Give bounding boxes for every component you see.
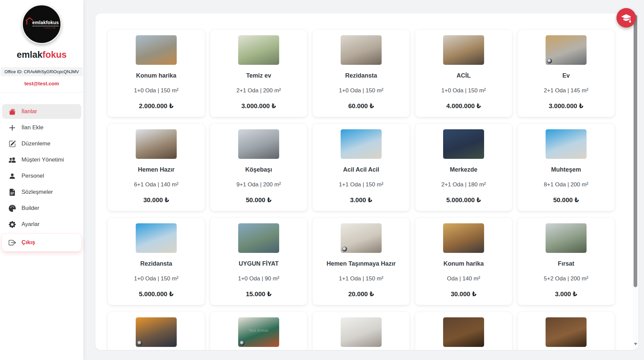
listings-panel: Konum harika 1+0 Oda | 150 m² 2.000.000 … <box>95 13 638 350</box>
person-icon <box>9 173 16 180</box>
listing-details: 2+1 Oda | 180 m² <box>441 181 486 188</box>
listing-price: 50.000 ₺ <box>553 196 579 204</box>
listing-card[interactable]: Acil Acil Acil 1+1 Oda | 150 m² 3.000 ₺ <box>313 124 410 211</box>
listing-details: 5+2 Oda | 200 m² <box>544 275 588 282</box>
scrollbar-thumb[interactable] <box>634 15 637 287</box>
education-fab-button[interactable] <box>616 8 636 28</box>
listing-card[interactable]: Temiz ev 2+1 Oda | 200 m² 3.000.000 ₺ <box>210 30 307 117</box>
listing-title: Muhteşem <box>551 166 581 173</box>
sidebar-item-label: Builder <box>22 205 39 212</box>
sidebar-item-builder[interactable]: Builder <box>2 201 81 216</box>
photo-watermark-badge <box>342 246 347 252</box>
office-id-badge: Office ID: CRAvMhSyGf0OcpcQNJMV <box>1 67 82 76</box>
brand-title: emlakfokus <box>0 50 83 60</box>
logout-icon <box>9 239 16 246</box>
listing-title: Köşebaşı <box>245 166 272 173</box>
listing-card[interactable] <box>108 312 205 350</box>
logo-subtext: YAZILIM <box>43 27 56 29</box>
listing-card[interactable]: ACİL 1+0 Oda | 150 m² 4.000.000 ₺ <box>415 30 512 117</box>
user-email: test@test.com <box>0 81 83 86</box>
sidebar-item-ilan-ekle[interactable]: İlan Ekle <box>2 120 81 135</box>
edit-icon <box>9 140 16 147</box>
graduation-cap-icon <box>621 13 631 22</box>
gear-icon <box>9 221 16 228</box>
sidebar-item-label: Düzenleme <box>22 140 50 147</box>
listing-photo <box>341 129 382 159</box>
listing-price: 30.000 ₺ <box>143 196 169 204</box>
listing-title: Ev <box>562 72 570 79</box>
listing-card[interactable] <box>518 312 614 350</box>
listing-price: 20.000 ₺ <box>348 290 374 298</box>
listing-photo <box>546 35 587 65</box>
sidebar-item-cikis[interactable]: Çıkış <box>2 234 81 251</box>
sidebar-nav: İlanlar İlan Ekle Düzenleme Müşteri Yöne… <box>0 104 83 232</box>
listings-grid: Konum harika 1+0 Oda | 150 m² 2.000.000 … <box>108 30 614 350</box>
listing-card[interactable]: Muhteşem 8+1 Oda | 200 m² 50.000 ₺ <box>518 124 614 211</box>
listing-card[interactable]: Test Emlak <box>210 312 307 350</box>
listing-price: 60.000 ₺ <box>348 102 374 110</box>
listing-photo <box>136 129 177 159</box>
users-icon <box>9 156 16 164</box>
listing-card[interactable]: Ev 2+1 Oda | 145 m² 3.000.000 ₺ <box>518 30 614 117</box>
plus-icon <box>9 124 16 131</box>
home-icon <box>9 108 16 115</box>
listing-price: 5.000.000 ₺ <box>446 196 481 204</box>
listing-details: 2+1 Oda | 200 m² <box>237 87 281 94</box>
listing-details: 1+0 Oda | 150 m² <box>441 87 486 94</box>
listing-card[interactable]: Rezidansta 1+0 Oda | 150 m² 5.000.000 ₺ <box>108 218 205 305</box>
sidebar-item-personel[interactable]: Personel <box>2 169 81 183</box>
brand-title-red: fokus <box>42 50 67 60</box>
listing-photo <box>341 223 382 253</box>
listing-price: 5.000.000 ₺ <box>139 290 173 298</box>
listing-card[interactable]: Köşebaşı 9+1 Oda | 200 m² 50.000 ₺ <box>210 124 307 211</box>
listing-title: Rezidansta <box>345 72 377 79</box>
listing-card[interactable]: Konum harika 1+0 Oda | 150 m² 2.000.000 … <box>108 30 205 117</box>
listing-photo <box>136 35 177 65</box>
listing-details: 9+1 Oda | 200 m² <box>237 181 281 188</box>
listing-photo <box>341 317 382 347</box>
listing-card[interactable] <box>415 312 512 350</box>
listing-details: Oda | 140 m² <box>447 275 480 282</box>
listing-price: 50.000 ₺ <box>246 196 272 204</box>
listing-card[interactable]: Merkezde 2+1 Oda | 180 m² 5.000.000 ₺ <box>415 124 512 211</box>
listing-title: Fırsat <box>558 260 574 267</box>
sidebar-item-label: Ayarlar <box>22 221 40 228</box>
listing-photo: Test Emlak <box>238 317 279 347</box>
sidebar-item-label: İlan Ekle <box>22 124 43 131</box>
listing-title: Acil Acil Acil <box>343 166 379 173</box>
listing-card[interactable]: Hemen Hazır 6+1 Oda | 140 m² 30.000 ₺ <box>108 124 205 211</box>
listing-details: 1+0 Oda | 90 m² <box>238 275 279 282</box>
sidebar-item-label: İlanlar <box>22 108 37 115</box>
listing-details: 1+1 Oda | 150 m² <box>339 275 383 282</box>
app-screen: emlakfokus YAZILIM emlakfokus Office ID:… <box>0 0 644 360</box>
sidebar-item-ilanlar[interactable]: İlanlar <box>2 104 81 119</box>
listing-price: 3.000.000 ₺ <box>549 102 583 110</box>
sidebar-item-sozlesmeler[interactable]: Sözleşmeler <box>2 185 81 199</box>
listing-price: 3.000 ₺ <box>350 196 372 204</box>
listing-details: 1+0 Oda | 150 m² <box>339 87 383 94</box>
scrollbar-track[interactable] <box>633 13 638 350</box>
listing-card[interactable]: Fırsat 5+2 Oda | 200 m² 3.000 ₺ <box>518 218 614 305</box>
brand-title-black: emlak <box>17 50 43 60</box>
sidebar-item-ayarlar[interactable]: Ayarlar <box>2 217 81 232</box>
sidebar-item-label: Sözleşmeler <box>22 189 53 195</box>
logout-label: Çıkış <box>22 239 35 246</box>
listing-title: UYGUN FİYAT <box>239 260 278 267</box>
listing-photo <box>546 223 587 253</box>
photo-watermark-badge <box>547 58 552 63</box>
listing-card[interactable]: Hemen Taşınmaya Hazır 1+1 Oda | 150 m² 2… <box>313 218 410 305</box>
sidebar-item-musteri-yonetimi[interactable]: Müşteri Yönetimi <box>2 152 81 167</box>
listing-photo <box>238 223 279 253</box>
listing-price: 30.000 ₺ <box>451 290 477 298</box>
listing-card[interactable]: Rezidansta 1+0 Oda | 150 m² 60.000 ₺ <box>313 30 410 117</box>
sidebar-item-duzenleme[interactable]: Düzenleme <box>2 136 81 151</box>
listing-card[interactable] <box>313 312 410 350</box>
palette-icon <box>9 205 16 212</box>
sidebar: emlakfokus YAZILIM emlakfokus Office ID:… <box>0 0 83 360</box>
listing-card[interactable]: Konum harika Oda | 140 m² 30.000 ₺ <box>415 218 512 305</box>
scroll-down-arrow-icon[interactable] <box>634 343 637 345</box>
logo-wordmark: emlakfokus <box>32 20 59 26</box>
photo-watermark-badge <box>240 341 245 346</box>
listing-card[interactable]: UYGUN FİYAT 1+0 Oda | 90 m² 15.000 ₺ <box>210 218 307 305</box>
listing-price: 3.000.000 ₺ <box>241 102 276 110</box>
